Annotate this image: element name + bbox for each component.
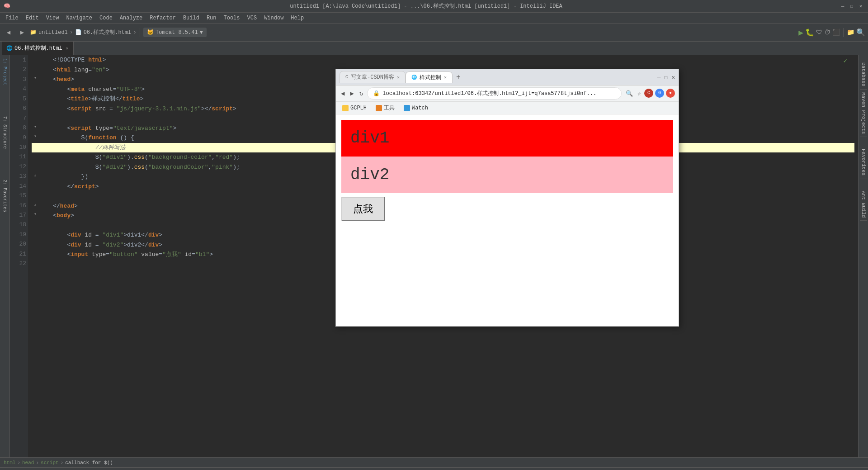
menu-navigate[interactable]: Navigate bbox=[62, 14, 96, 22]
toolbar-sep1 bbox=[140, 28, 140, 37]
sidebar-maven[interactable]: Maven Projects bbox=[860, 90, 867, 137]
browser-tab-style[interactable]: 🌐 样式控制 ✕ bbox=[406, 71, 453, 83]
preview-btn-box: 点我 bbox=[341, 193, 673, 225]
browser-win-controls: — ☐ ✕ bbox=[657, 74, 675, 81]
right-indicator: ✓ bbox=[844, 57, 847, 65]
tab-label: 06.样式控制.html bbox=[14, 44, 62, 52]
sidebar-project-icon[interactable]: 1: Project bbox=[1, 57, 9, 87]
nav-forward[interactable]: ▶ bbox=[349, 88, 355, 99]
close-button[interactable]: ✕ bbox=[857, 3, 864, 10]
menu-view[interactable]: View bbox=[42, 14, 63, 22]
fold-marker-17[interactable]: ▾ bbox=[32, 211, 39, 218]
bookmark-gcplh[interactable]: GCPLH bbox=[340, 104, 369, 112]
browser-maximize[interactable]: ☐ bbox=[664, 74, 668, 81]
menu-analyze[interactable]: Analyze bbox=[116, 14, 146, 22]
breadcrumb-script[interactable]: script bbox=[41, 460, 59, 465]
window-title: untitled1 [A:\Java Code\untitled1] - ...… bbox=[13, 2, 839, 10]
csdn-tab-icon: C bbox=[345, 75, 348, 80]
menu-refactor[interactable]: Refactor bbox=[146, 14, 179, 22]
sidebar-database[interactable]: Database bbox=[860, 60, 867, 90]
project-view-button[interactable]: 📁 bbox=[847, 28, 854, 36]
bookmark-tools[interactable]: 工具 bbox=[373, 103, 397, 113]
fold-marker-16[interactable]: ▵ bbox=[32, 201, 39, 209]
extension-red[interactable]: ● bbox=[666, 89, 675, 98]
editor-area: 123456 789101112 131415161718 19202122 <… bbox=[10, 55, 858, 457]
tomcat-label: Tomcat 8.5.41 bbox=[156, 29, 198, 36]
main-layout: 1: Project 7: Structure 2: Favorites 123… bbox=[0, 55, 868, 457]
menu-tools[interactable]: Tools bbox=[220, 14, 244, 22]
fold-marker-9[interactable]: ▾ bbox=[32, 133, 39, 141]
right-sidebar: Database Maven Projects Favorites Ant Bu… bbox=[858, 55, 868, 457]
left-sidebar: 1: Project 7: Structure 2: Favorites bbox=[0, 55, 10, 457]
extension-csdn[interactable]: C bbox=[644, 89, 653, 98]
fold-marker-3[interactable]: ▾ bbox=[32, 75, 39, 82]
file-icon: 📄 bbox=[75, 29, 82, 36]
back-button[interactable]: ◀ bbox=[3, 27, 14, 38]
sidebar-structure-icon[interactable]: 7: Structure bbox=[1, 115, 9, 150]
debug-button[interactable]: 🐛 bbox=[805, 28, 814, 37]
menu-bar: File Edit View Navigate Code Analyze Ref… bbox=[0, 13, 868, 24]
bookmark-tools-label: 工具 bbox=[384, 104, 395, 112]
toolbar-sep2 bbox=[843, 28, 844, 37]
title-bar: 🧠 untitled1 [A:\Java Code\untitled1] - .… bbox=[0, 0, 868, 13]
bookmark-watch[interactable]: Watch bbox=[401, 104, 431, 112]
maximize-button[interactable]: ☐ bbox=[848, 3, 855, 10]
nav-reload[interactable]: ↻ bbox=[358, 88, 364, 99]
minimize-button[interactable]: — bbox=[839, 3, 846, 10]
project-name: untitled1 bbox=[38, 29, 68, 36]
editor-tab-06[interactable]: 🌐 06.样式控制.html ✕ bbox=[2, 42, 74, 55]
tab-icon: 🌐 bbox=[6, 45, 13, 51]
menu-run[interactable]: Run bbox=[203, 14, 220, 22]
bookmark-watch-label: Watch bbox=[412, 105, 428, 111]
project-icon: 📁 bbox=[30, 29, 37, 36]
preview-div2: div2 bbox=[341, 157, 673, 193]
profile-button[interactable]: ⏱ bbox=[824, 29, 830, 36]
run-button[interactable]: ▶ bbox=[798, 28, 803, 38]
browser-close[interactable]: ✕ bbox=[671, 74, 675, 81]
style-tab-icon: 🌐 bbox=[411, 75, 417, 80]
browser-titlebar: C 写文章-CSDN博客 ✕ 🌐 样式控制 ✕ + — ☐ ✕ bbox=[336, 69, 679, 85]
csdn-tab-label: 写文章-CSDN博客 bbox=[351, 73, 394, 81]
menu-vcs[interactable]: VCS bbox=[244, 14, 261, 22]
address-bar[interactable]: 🔒 localhost:63342/untitled1/06.样式控制.html… bbox=[367, 87, 622, 100]
breadcrumb-html[interactable]: html bbox=[4, 460, 15, 465]
zoom-icon[interactable]: 🔍 bbox=[624, 89, 634, 99]
breadcrumb-bar: html › head › script › callback for $() bbox=[0, 457, 868, 467]
nav-back[interactable]: ◀ bbox=[340, 88, 346, 99]
sidebar-ant[interactable]: Ant Build bbox=[860, 188, 867, 221]
preview-click-button[interactable]: 点我 bbox=[341, 197, 385, 221]
fold-marker-8[interactable]: ▾ bbox=[32, 123, 39, 131]
extension-avatar[interactable]: G bbox=[655, 89, 664, 98]
preview-div1: div1 bbox=[341, 120, 673, 157]
browser-tab-csdn[interactable]: C 写文章-CSDN博客 ✕ bbox=[340, 71, 406, 83]
style-tab-close[interactable]: ✕ bbox=[444, 75, 447, 80]
menu-file[interactable]: File bbox=[2, 14, 22, 22]
stop-button[interactable]: ⬛ bbox=[832, 28, 840, 36]
sidebar-favorites-right[interactable]: Favorites bbox=[860, 146, 867, 179]
bookmark-star[interactable]: ☆ bbox=[636, 89, 642, 99]
address-text: localhost:63342/untitled1/06.样式控制.html?_… bbox=[382, 90, 596, 97]
breadcrumb-callback[interactable]: callback for $() bbox=[65, 460, 113, 465]
bookmark-tools-icon bbox=[376, 105, 382, 111]
coverage-button[interactable]: 🛡 bbox=[816, 29, 822, 36]
tomcat-selector[interactable]: 🐱 Tomcat 8.5.41 ▼ bbox=[143, 28, 207, 37]
browser-minimize[interactable]: — bbox=[657, 74, 661, 81]
menu-help[interactable]: Help bbox=[287, 14, 307, 22]
menu-build[interactable]: Build bbox=[179, 14, 203, 22]
sidebar-favorites-icon[interactable]: 2: Favorites bbox=[1, 178, 9, 214]
lock-icon: 🔒 bbox=[373, 90, 380, 97]
breadcrumb-head[interactable]: head bbox=[22, 460, 34, 465]
tab-close-button[interactable]: ✕ bbox=[66, 46, 69, 51]
fold-marker-13[interactable]: ▵ bbox=[32, 172, 39, 180]
bookmarks-bar: GCPLH 工具 Watch bbox=[336, 102, 679, 114]
search-everywhere-button[interactable]: 🔍 bbox=[856, 28, 865, 37]
browser-navbar: ◀ ▶ ↻ 🔒 localhost:63342/untitled1/06.样式控… bbox=[336, 85, 679, 102]
new-tab-button[interactable]: + bbox=[453, 71, 464, 83]
browser-content: div1 div2 点我 bbox=[336, 114, 679, 326]
menu-edit[interactable]: Edit bbox=[22, 14, 42, 22]
toolbar: ◀ ▶ 📁 untitled1 › 📄 06.样式控制.html › 🐱 Tom… bbox=[0, 24, 868, 42]
menu-window[interactable]: Window bbox=[260, 14, 287, 22]
csdn-tab-close[interactable]: ✕ bbox=[397, 75, 400, 80]
menu-code[interactable]: Code bbox=[96, 14, 116, 22]
forward-button[interactable]: ▶ bbox=[16, 27, 28, 38]
